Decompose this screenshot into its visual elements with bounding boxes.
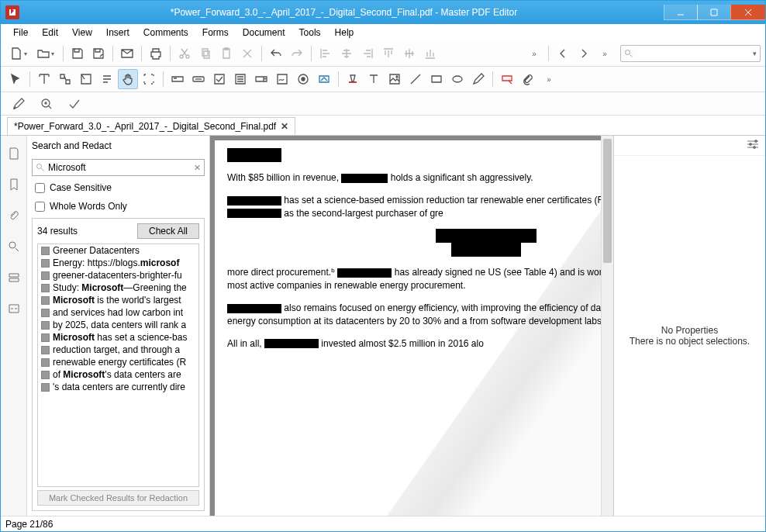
search-query-input[interactable] (48, 162, 191, 173)
align-center-button[interactable] (336, 43, 357, 64)
new-document-button[interactable]: ▾ (5, 43, 32, 64)
toolbar-overflow-1[interactable]: » (524, 43, 544, 64)
menu-document[interactable]: Document (236, 26, 292, 40)
align-middle-button[interactable] (399, 43, 419, 64)
close-button[interactable] (730, 5, 766, 20)
paste-button[interactable] (216, 43, 236, 64)
prev-page-button[interactable] (553, 43, 573, 64)
align-bottom-button[interactable] (420, 43, 440, 64)
document-tab[interactable]: *Power_Forward_3.0_-_April_2017_-_Digita… (7, 117, 295, 135)
signature-field-tool[interactable] (272, 69, 292, 89)
rail-pages[interactable] (5, 145, 22, 162)
toolbar-search-input[interactable] (637, 48, 753, 59)
menu-comments[interactable]: Comments (137, 26, 195, 40)
case-sensitive-checkbox[interactable]: Case Sensitive (35, 182, 202, 193)
link-tool[interactable] (314, 69, 334, 89)
check-all-button[interactable]: Check All (137, 223, 199, 239)
open-button[interactable]: ▾ (33, 43, 59, 64)
stamp-tool[interactable] (497, 69, 517, 89)
next-page-button[interactable] (574, 43, 594, 64)
highlight-tool[interactable] (343, 69, 363, 89)
toolbar-overflow-3[interactable]: » (539, 69, 559, 89)
search-result-item[interactable]: 's data centers are currently dire (38, 381, 198, 393)
combo-field-tool[interactable] (251, 69, 271, 89)
search-result-item[interactable]: Microsoft is the world's largest (38, 294, 198, 306)
search-result-item[interactable]: greener-datacenters-brighter-fu (38, 269, 198, 282)
chevron-down-icon[interactable]: ▾ (753, 50, 757, 57)
align-right-button[interactable] (357, 43, 378, 64)
align-left-button[interactable] (316, 43, 336, 64)
search-result-item[interactable]: by 2025, data centers will rank a (38, 319, 198, 331)
rail-signatures[interactable] (5, 300, 22, 317)
checkbox-field-tool[interactable] (209, 69, 229, 89)
maximize-button[interactable] (697, 5, 731, 20)
attachment-tool[interactable] (518, 69, 538, 89)
pencil-small-tool[interactable] (9, 94, 29, 114)
menu-file[interactable]: File (7, 26, 34, 40)
rail-search[interactable] (5, 238, 22, 255)
selection-tool[interactable] (139, 69, 159, 89)
search-input-wrap[interactable]: ✕ (32, 159, 205, 176)
print-button[interactable] (146, 43, 166, 64)
document-viewport[interactable]: With $85 billion in revenue, holds a sig… (210, 136, 601, 516)
radio-field-tool[interactable] (293, 69, 313, 89)
redo-button[interactable] (287, 43, 307, 64)
minimize-button[interactable] (664, 5, 698, 20)
text-select-tool[interactable] (97, 69, 117, 89)
svg-point-1 (186, 55, 189, 58)
delete-button[interactable] (237, 43, 257, 64)
save-as-button[interactable] (88, 43, 109, 64)
search-result-item[interactable]: Microsoft has set a science-bas (38, 331, 198, 344)
copy-button[interactable] (195, 43, 216, 64)
search-result-item[interactable]: reduction target, and through a (38, 344, 198, 356)
insert-image-tool[interactable] (385, 69, 405, 89)
save-button[interactable] (67, 43, 88, 64)
scrollbar-thumb[interactable] (603, 139, 612, 263)
vertical-scrollbar[interactable] (601, 136, 613, 516)
tab-close-icon[interactable]: ✕ (281, 121, 288, 132)
edit-text-tool[interactable] (34, 69, 54, 89)
mark-redaction-button[interactable]: Mark Checked Results for Redaction (37, 490, 199, 506)
menu-help[interactable]: Help (329, 26, 361, 40)
svg-point-13 (755, 140, 757, 143)
toolbar-search[interactable]: ▾ (620, 45, 761, 62)
whole-words-checkbox[interactable]: Whole Words Only (35, 201, 202, 212)
pencil-tool[interactable] (468, 69, 488, 89)
menu-insert[interactable]: Insert (100, 26, 136, 40)
edit-object-tool[interactable] (55, 69, 75, 89)
search-result-item[interactable]: Greener Datacenters (38, 244, 198, 257)
align-top-button[interactable] (378, 43, 399, 64)
menu-forms[interactable]: Forms (196, 26, 235, 40)
search-result-item[interactable]: renewable energy certificates (R (38, 356, 198, 368)
cut-button[interactable] (174, 43, 195, 64)
rail-attachments[interactable] (5, 207, 22, 224)
ellipse-tool[interactable] (447, 69, 468, 89)
settings-icon[interactable] (747, 140, 759, 151)
search-result-item[interactable]: Study: Microsoft—Greening the (38, 282, 198, 294)
edit-form-tool[interactable] (76, 69, 96, 89)
list-field-tool[interactable] (230, 69, 250, 89)
search-result-item[interactable]: Energy: https://blogs.microsof (38, 257, 198, 269)
menu-view[interactable]: View (66, 26, 98, 40)
clear-search-icon[interactable]: ✕ (194, 163, 201, 173)
search-result-item[interactable]: of Microsoft's data centers are (38, 368, 198, 381)
initials-tool[interactable] (36, 94, 57, 114)
text-field-tool[interactable] (167, 69, 188, 89)
email-button[interactable] (117, 43, 137, 64)
rail-bookmarks[interactable] (5, 176, 22, 193)
search-result-item[interactable]: and services had low carbon int (38, 306, 198, 319)
select-tool[interactable] (5, 69, 26, 89)
menu-edit[interactable]: Edit (36, 26, 64, 40)
menu-tools[interactable]: Tools (293, 26, 327, 40)
checkmark-tool[interactable] (64, 94, 85, 114)
toolbar-overflow-2[interactable]: » (595, 43, 615, 64)
rect-tool[interactable] (426, 69, 447, 89)
hand-tool[interactable] (118, 69, 138, 89)
rail-layers[interactable] (5, 269, 22, 286)
insert-text-tool[interactable] (364, 69, 384, 89)
undo-button[interactable] (266, 43, 286, 64)
line-tool[interactable] (405, 69, 426, 89)
results-list[interactable]: Greener DatacentersEnergy: https://blogs… (37, 244, 199, 487)
button-field-tool[interactable] (188, 69, 209, 89)
document-area: With $85 billion in revenue, holds a sig… (210, 136, 613, 516)
